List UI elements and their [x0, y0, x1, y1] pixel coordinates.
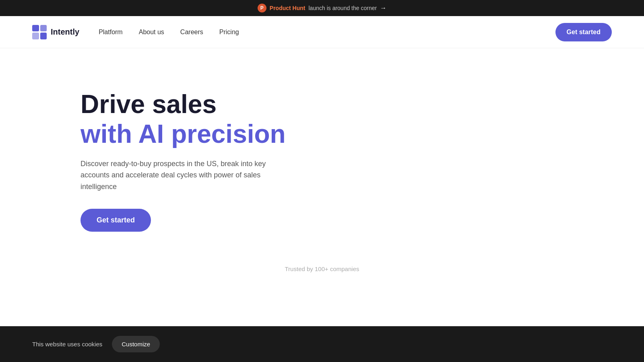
hero-title-line1: Drive sales — [80, 90, 612, 118]
nav-link-about[interactable]: About us — [139, 29, 164, 35]
nav-item-platform[interactable]: Platform — [99, 29, 123, 36]
nav-item-about[interactable]: About us — [139, 29, 164, 36]
nav-link-platform[interactable]: Platform — [99, 29, 123, 35]
nav-get-started-button[interactable]: Get started — [555, 23, 612, 41]
hero-section: Drive sales with AI precision Discover r… — [0, 48, 644, 257]
logo-link[interactable]: Intently — [32, 25, 79, 39]
banner-highlight: Product Hunt — [270, 5, 305, 11]
banner-arrow[interactable]: → — [380, 4, 386, 12]
hero-subtitle: Discover ready-to-buy prospects in the U… — [80, 158, 290, 193]
logo-icon — [32, 25, 47, 39]
logo-cell-4 — [40, 33, 47, 39]
logo-cell-3 — [32, 33, 39, 39]
logo-cell-2 — [40, 25, 47, 32]
hero-get-started-button[interactable]: Get started — [80, 209, 151, 232]
product-hunt-icon: P — [258, 4, 266, 12]
hero-title-line2: with AI precision — [80, 120, 612, 148]
trusted-section: Trusted by 100+ companies — [0, 257, 644, 284]
navbar: Intently Platform About us Careers Prici… — [0, 16, 644, 48]
nav-link-pricing[interactable]: Pricing — [219, 29, 239, 35]
cookie-banner: This website uses cookies Customize — [0, 326, 644, 362]
logo-name: Intently — [51, 27, 79, 37]
nav-left: Intently Platform About us Careers Prici… — [32, 25, 239, 39]
nav-link-careers[interactable]: Careers — [180, 29, 203, 35]
customize-button[interactable]: Customize — [112, 336, 160, 352]
nav-links: Platform About us Careers Pricing — [99, 29, 239, 36]
cookie-message: This website uses cookies — [32, 341, 102, 348]
nav-item-pricing[interactable]: Pricing — [219, 29, 239, 36]
banner-message: launch is around the corner — [308, 5, 377, 11]
logo-cell-1 — [32, 25, 39, 32]
trusted-text: Trusted by 100+ companies — [285, 265, 359, 272]
nav-item-careers[interactable]: Careers — [180, 29, 203, 36]
top-banner: P Product Hunt launch is around the corn… — [0, 0, 644, 16]
